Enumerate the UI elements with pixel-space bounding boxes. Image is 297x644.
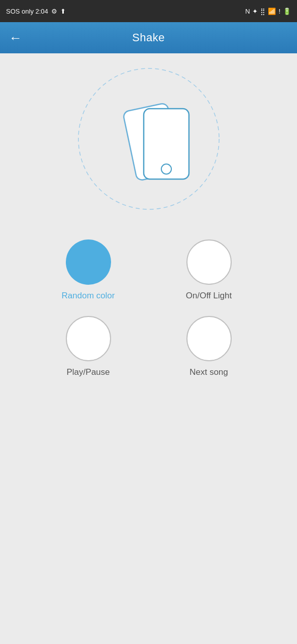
nfc-icon: N bbox=[245, 8, 250, 15]
status-left: SOS only 2:04 ⚙ ⬆ bbox=[6, 8, 66, 15]
on-off-light-circle bbox=[186, 239, 232, 285]
bluetooth-icon: ✦ bbox=[252, 8, 258, 15]
battery-icon: 🔋 bbox=[283, 8, 291, 15]
svg-rect-3 bbox=[144, 109, 189, 179]
back-button[interactable]: ← bbox=[9, 31, 22, 44]
option-play-pause[interactable]: Play/Pause bbox=[43, 316, 134, 377]
signal-icon: ! bbox=[278, 8, 280, 15]
random-color-circle bbox=[66, 239, 111, 285]
option-on-off-light[interactable]: On/Off Light bbox=[164, 239, 254, 301]
play-pause-circle bbox=[66, 316, 111, 361]
page-title: Shake bbox=[132, 31, 165, 44]
play-pause-label: Play/Pause bbox=[67, 367, 110, 377]
option-next-song[interactable]: Next song bbox=[164, 316, 254, 377]
options-grid: Random color bbox=[23, 239, 274, 377]
next-song-label: Next song bbox=[189, 367, 228, 377]
main-content: Random color bbox=[0, 53, 297, 644]
gear-icon: ⚙ bbox=[51, 8, 57, 15]
next-song-circle bbox=[186, 316, 232, 361]
vibrate-icon: ⣿ bbox=[260, 8, 265, 15]
on-off-light-label: On/Off Light bbox=[186, 291, 232, 301]
random-color-label: Random color bbox=[62, 291, 115, 301]
status-text: SOS only 2:04 bbox=[6, 8, 48, 15]
upload-icon: ⬆ bbox=[60, 8, 66, 15]
status-bar: SOS only 2:04 ⚙ ⬆ N ✦ ⣿ 📶 ! 🔋 bbox=[0, 0, 297, 22]
status-right: N ✦ ⣿ 📶 ! 🔋 bbox=[245, 8, 291, 15]
wifi-icon: 📶 bbox=[268, 8, 276, 15]
header: ← Shake bbox=[0, 22, 297, 53]
option-random-color[interactable]: Random color bbox=[43, 239, 134, 301]
shake-illustration bbox=[73, 63, 224, 214]
